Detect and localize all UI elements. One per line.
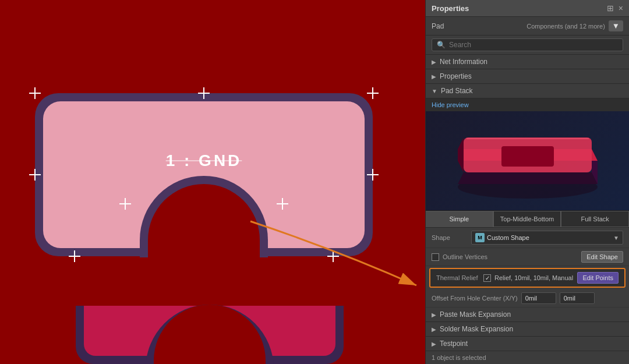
shape-value: Custom Shape xyxy=(487,234,529,241)
main-pad[interactable]: 1 : GND xyxy=(35,93,373,256)
panel-scroll[interactable]: ▶ Net Information ▶ Properties ▼ Pad Sta… xyxy=(426,55,629,351)
shape-label: Shape xyxy=(432,234,467,241)
close-icon[interactable]: × xyxy=(619,3,623,13)
crosshair-bl xyxy=(119,198,131,210)
offset-label: Offset From Hole Center (X/Y) xyxy=(432,295,518,302)
crosshair-bot-r xyxy=(327,250,339,262)
tab-simple[interactable]: Simple xyxy=(426,211,493,227)
panel-subheader: Pad Components (and 12 more) ▼ xyxy=(426,17,629,36)
section-pad-stack[interactable]: ▼ Pad Stack xyxy=(426,84,629,98)
offset-x-input[interactable] xyxy=(521,292,556,304)
3d-preview-canvas xyxy=(426,111,629,210)
paste-mask-label: Paste Mask Expansion xyxy=(440,310,511,319)
solder-mask-label: Solder Mask Expansion xyxy=(440,325,513,333)
section-testpoint[interactable]: ▶ Testpoint xyxy=(426,337,629,351)
shape-dropdown[interactable]: M Custom Shape ▼ xyxy=(471,231,623,245)
outline-vertices-checkbox[interactable] xyxy=(432,253,439,261)
status-bar: 1 object is selected xyxy=(426,351,629,364)
panel-titlebar: Properties ⊞ × xyxy=(426,0,629,17)
tabs-row: Simple Top-Middle-Bottom Full Stack xyxy=(426,211,629,228)
section-solder-mask[interactable]: ▶ Solder Mask Expansion xyxy=(426,322,629,337)
outline-vertices-label: Outline Vertices xyxy=(443,253,487,260)
svg-rect-6 xyxy=(501,146,554,167)
panel-title: Properties xyxy=(432,4,469,13)
dropdown-arrow: ▼ xyxy=(613,235,619,241)
svg-marker-8 xyxy=(458,137,464,172)
properties-label: Properties xyxy=(440,72,472,80)
components-label: Components (and 12 more) xyxy=(526,23,605,30)
section-paste-mask[interactable]: ▶ Paste Mask Expansion xyxy=(426,308,629,322)
crosshair-mr xyxy=(367,169,379,181)
crosshair-tl xyxy=(29,87,41,99)
status-text: 1 object is selected xyxy=(432,354,486,361)
collapse-icon: ▶ xyxy=(432,59,436,65)
crosshair-ml xyxy=(29,169,41,181)
filter-icon: ▼ xyxy=(612,22,620,30)
net-info-label: Net Information xyxy=(440,58,487,66)
shape-row: Shape M Custom Shape ▼ xyxy=(426,228,629,248)
search-bar: 🔍 xyxy=(426,36,629,55)
thermal-relief-value: Relief, 10mil, 10mil, Manual xyxy=(494,274,574,281)
thermal-relief-row: Thermal Relief ✓ Relief, 10mil, 10mil, M… xyxy=(429,268,626,288)
tab-top-middle-bottom[interactable]: Top-Middle-Bottom xyxy=(493,211,561,227)
bottom-pad-shape xyxy=(76,306,344,364)
crosshair-br xyxy=(277,198,288,210)
offset-row: Offset From Hole Center (X/Y) xyxy=(426,289,629,308)
collapse-icon-5: ▶ xyxy=(432,326,436,333)
pad-type-label: Pad xyxy=(432,22,444,30)
crosshair-bot-l xyxy=(69,250,80,262)
shape-type-icon: M xyxy=(475,233,485,242)
collapse-icon-3: ▼ xyxy=(432,88,437,94)
collapse-icon-2: ▶ xyxy=(432,73,436,80)
hide-preview-btn[interactable]: Hide preview xyxy=(426,98,629,111)
pad-stack-label: Pad Stack xyxy=(441,87,473,95)
thermal-relief-checkbox[interactable]: ✓ xyxy=(483,274,491,282)
testpoint-label: Testpoint xyxy=(440,340,468,348)
panel-title-icons: ⊞ × xyxy=(607,3,623,13)
collapse-icon-6: ▶ xyxy=(432,341,436,347)
pin-icon[interactable]: ⊞ xyxy=(607,3,614,13)
preview-section: Hide preview xyxy=(426,98,629,211)
3d-pad-svg xyxy=(446,120,609,202)
collapse-icon-4: ▶ xyxy=(432,312,436,318)
svg-marker-2 xyxy=(458,172,598,184)
pad-net-label: 1 : GND xyxy=(35,151,373,170)
edit-shape-button[interactable]: Edit Shape xyxy=(581,251,623,263)
canvas-area[interactable]: 1 : GND xyxy=(0,0,425,364)
crosshair-tr xyxy=(367,87,379,99)
section-net-information[interactable]: ▶ Net Information xyxy=(426,55,629,69)
search-input-wrap[interactable]: 🔍 xyxy=(432,38,623,51)
tab-full-stack[interactable]: Full Stack xyxy=(561,211,629,227)
thermal-relief-label: Thermal Relief xyxy=(436,274,480,281)
search-input[interactable] xyxy=(449,41,618,49)
offset-y-input[interactable] xyxy=(560,292,595,304)
crosshair-tc xyxy=(198,87,210,99)
outline-vertices-row: Outline Vertices Edit Shape xyxy=(426,248,629,266)
search-icon: 🔍 xyxy=(437,41,446,49)
edit-points-button[interactable]: Edit Points xyxy=(577,272,619,284)
filter-button[interactable]: ▼ xyxy=(609,20,623,31)
properties-panel: Properties ⊞ × Pad Components (and 12 mo… xyxy=(425,0,629,364)
section-properties[interactable]: ▶ Properties xyxy=(426,69,629,84)
